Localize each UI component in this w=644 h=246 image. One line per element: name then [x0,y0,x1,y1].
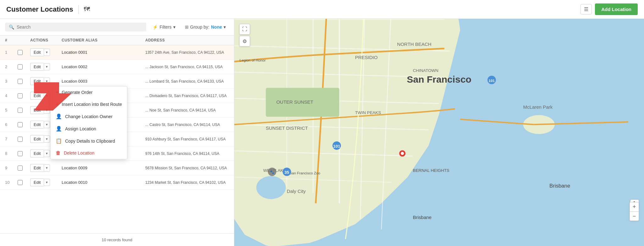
edit-button[interactable]: Edit [30,121,44,128]
edit-dropdown-button[interactable]: ▾ [44,78,50,85]
edit-btn-group: Edit ▾ [30,48,62,56]
edit-button[interactable]: Edit [30,164,44,172]
location-address: ... Divisadero St, San Francisco, CA 941… [145,94,229,98]
zoom-out-button[interactable]: − [630,211,639,221]
zoom-in-button[interactable]: + [630,202,639,211]
group-by-button[interactable]: ⊞ Group by: None ▾ [182,23,229,31]
page-title: Customer Locations [6,5,73,14]
filters-button[interactable]: ⚡ Filters ▾ [149,23,178,31]
row-checkbox[interactable] [18,137,23,142]
row-checkbox[interactable] [18,166,23,171]
edit-button[interactable]: Edit [30,77,44,85]
filters-chevron: ▾ [173,25,175,30]
col-num: # [5,38,18,42]
location-address: 976 14th St, San Francisco, CA 94114, US… [145,151,229,156]
copy-details-icon: 📋 [56,138,62,144]
location-address: 5678 Mission St, San Francisco, CA 94112… [145,166,229,170]
app-header: Customer Locations 🗺 ☰ Add Location [0,0,644,19]
actions-dropdown-menu: + Generate Order + Insert Location into … [50,86,127,159]
col-alias: Customer Alias [62,38,145,42]
location-address: 1234 Market St, San Francisco, CA 94102,… [145,180,229,185]
row-checkbox[interactable] [18,79,23,84]
map-svg: San Francisco OUTER SUNSET PRESIDIO NORT… [234,19,644,246]
edit-button[interactable]: Edit [30,150,44,157]
svg-text:San Francisco: San Francisco [407,74,471,85]
svg-point-35 [256,176,286,199]
map-panel: San Francisco OUTER SUNSET PRESIDIO NORT… [234,19,644,246]
menu-item-delete-location[interactable]: 🗑 Delete Location [51,147,127,159]
edit-button[interactable]: Edit [30,135,44,143]
change-owner-icon: 👤 [56,113,62,119]
svg-text:San Francisco Zoo: San Francisco Zoo [289,171,320,175]
edit-button[interactable]: Edit [30,106,44,114]
row-number: 5 [5,108,18,112]
map-settings-button[interactable]: ⚙ [239,36,250,46]
edit-dropdown-button[interactable]: ▾ [44,107,50,114]
edit-dropdown-button[interactable]: ▾ [44,150,50,157]
row-checkbox[interactable] [18,108,23,113]
group-icon: ⊞ [185,25,189,30]
location-alias: Location 0002 [62,64,145,69]
svg-point-48 [401,152,404,155]
edit-dropdown-button[interactable]: ▾ [44,92,50,99]
edit-button[interactable]: Edit [30,178,44,186]
header-divider [78,5,79,14]
menu-item-copy-details[interactable]: 📋 Copy Details to Clipboard [51,135,127,147]
insert-location-icon: + [56,101,58,107]
svg-text:TWIN PEAKS: TWIN PEAKS [355,110,381,115]
edit-dropdown-button[interactable]: ▾ [44,63,50,70]
edit-dropdown-button[interactable]: ▾ [44,49,50,56]
row-checkbox[interactable] [18,64,23,69]
row-checkbox[interactable] [18,93,23,98]
add-location-button[interactable]: Add Location [595,3,638,15]
edit-button[interactable]: Edit [30,92,44,100]
edit-dropdown-button[interactable]: ▾ [44,164,50,172]
search-box: 🔍 [5,23,146,31]
row-number: 9 [5,166,18,170]
table-row: 2 Edit ▾ Location 0002 ... Jackson St, S… [0,60,234,74]
table-footer: 10 records found [0,233,234,246]
edit-button[interactable]: Edit [30,63,44,71]
row-number: 8 [5,151,18,156]
edit-btn-group: Edit ▾ [30,77,62,85]
table-row: 10 Edit ▾ Location 0010 1234 Market St, … [0,175,234,190]
menu-item-generate-order[interactable]: + Generate Order [51,86,127,98]
edit-dropdown-button[interactable]: ▾ [44,179,50,186]
edit-dropdown-button[interactable]: ▾ [44,135,50,143]
toolbar: 🔍 ⚡ Filters ▾ ⊞ Group by: None ▾ [0,19,234,36]
menu-item-label: Assign Location [65,126,96,131]
row-number: 2 [5,64,18,69]
fullscreen-button[interactable]: ⛶ [239,24,250,35]
edit-button[interactable]: Edit [30,48,44,56]
svg-text:OUTER SUNSET: OUTER SUNSET [276,99,314,105]
menu-item-label: Change Location Owner [65,114,113,119]
location-alias: Location 0001 [62,50,145,55]
svg-text:101: 101 [489,79,495,83]
list-view-button[interactable]: ☰ [580,4,592,14]
menu-item-change-owner[interactable]: 👤 Change Location Owner [51,110,127,123]
delete-location-icon: 🗑 [56,150,61,156]
location-address: 910 Ashbury St, San Francisco, CA 94117,… [145,137,229,141]
filter-icon: ⚡ [153,25,158,30]
row-checkbox[interactable] [18,180,23,185]
search-input[interactable] [17,25,142,30]
row-number: 3 [5,79,18,84]
svg-text:SUNSET DISTRICT: SUNSET DISTRICT [266,125,308,131]
map-toggle-icon[interactable]: 🗺 [84,6,90,13]
svg-text:Legion of Honor: Legion of Honor [240,58,266,62]
map-controls: ⛶ ⚙ [239,24,250,46]
row-number: 7 [5,137,18,141]
edit-btn-group: Edit ▾ [30,164,62,172]
menu-item-label: Delete Location [64,150,94,156]
menu-item-label: Copy Details to Clipboard [65,139,115,144]
edit-dropdown-button[interactable]: ▾ [44,121,50,128]
row-checkbox[interactable] [18,151,23,156]
row-checkbox[interactable] [18,50,23,55]
svg-text:BERNAL HEIGHTS: BERNAL HEIGHTS [413,168,449,173]
svg-text:CHINATOWN: CHINATOWN [413,68,438,73]
row-checkbox[interactable] [18,122,23,127]
menu-item-insert-location[interactable]: + Insert Location into Best Route [51,98,127,110]
svg-text:McLaren Park: McLaren Park [523,104,553,110]
location-alias: Location 0003 [62,79,145,84]
menu-item-assign-location[interactable]: 👤 Assign Location [51,123,127,135]
